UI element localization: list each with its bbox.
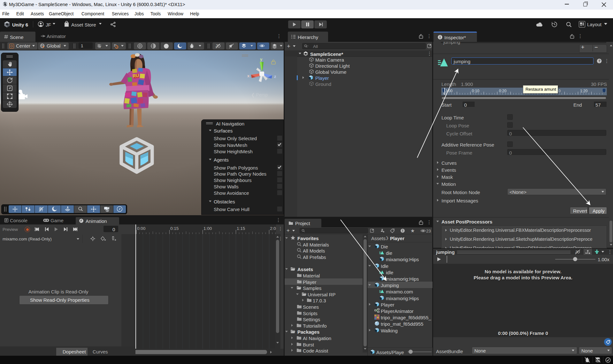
svg-text:?: ? xyxy=(598,59,601,63)
svg-text:z: z xyxy=(274,74,276,79)
svg-text:x: x xyxy=(247,73,250,78)
svg-text:Y: Y xyxy=(99,46,101,48)
svg-text:y: y xyxy=(260,57,263,62)
svg-text:RU: RU xyxy=(132,73,139,79)
